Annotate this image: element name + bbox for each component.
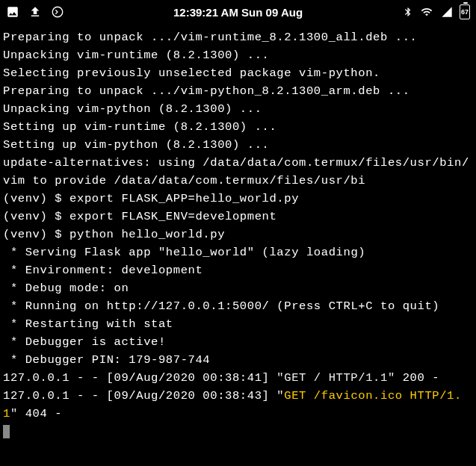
status-bar: 12:39:21 AM Sun 09 Aug 67 xyxy=(0,0,476,24)
terminal-line: Setting up vim-python (8.2.1300) ... xyxy=(3,138,269,152)
battery-icon: 67 xyxy=(460,4,470,19)
terminal-line: Unpacking vim-runtime (8.2.1300) ... xyxy=(3,49,269,62)
terminal-line: * Serving Flask app "hello_world" (lazy … xyxy=(3,246,365,259)
terminal-line: Selecting previously unselected package … xyxy=(3,66,380,80)
bluetooth-icon xyxy=(403,5,413,19)
wifi-icon xyxy=(419,6,434,18)
terminal-line: (venv) $ export FLASK_ENV=development xyxy=(3,210,276,223)
terminal-line: Unpacking vim-python (8.2.1300) ... xyxy=(3,102,262,116)
status-left xyxy=(6,5,64,19)
terminal-line: Preparing to unpack .../vim-python_8.2.1… xyxy=(3,84,410,98)
terminal-line: * Environment: development xyxy=(3,264,203,277)
status-right: 67 xyxy=(403,4,470,19)
terminal-line: * Debug mode: on xyxy=(3,282,129,295)
terminal-line: Setting up vim-runtime (8.2.1300) ... xyxy=(3,120,276,134)
upload-icon xyxy=(28,5,42,19)
status-time: 12:39:21 AM Sun 09 Aug xyxy=(173,6,303,19)
terminal-cursor xyxy=(3,425,10,438)
battery-level: 67 xyxy=(461,8,469,16)
terminal-line: * Running on http://127.0.0.1:5000/ (Pre… xyxy=(3,299,439,313)
log-entry: 127.0.0.1 - - [09/Aug/2020 00:38:43] "GE… xyxy=(3,389,462,420)
terminal-line: * Debugger PIN: 179-987-744 xyxy=(3,353,210,367)
terminal-line: Preparing to unpack .../vim-runtime_8.2.… xyxy=(3,31,417,44)
signal-icon xyxy=(440,6,454,18)
terminal-line: (venv) $ export FLASK_APP=hello_world.py xyxy=(3,192,299,205)
terminal-line: update-alternatives: using /data/data/co… xyxy=(3,156,469,187)
terminal-icon xyxy=(51,5,64,19)
log-entry: 127.0.0.1 - - [09/Aug/2020 00:38:41] "GE… xyxy=(3,371,439,385)
image-icon xyxy=(6,5,19,19)
terminal-output[interactable]: Preparing to unpack .../vim-runtime_8.2.… xyxy=(0,24,476,445)
terminal-line: * Restarting with stat xyxy=(3,317,173,331)
terminal-line: (venv) $ python hello_world.py xyxy=(3,228,225,241)
terminal-line: * Debugger is active! xyxy=(3,335,166,349)
